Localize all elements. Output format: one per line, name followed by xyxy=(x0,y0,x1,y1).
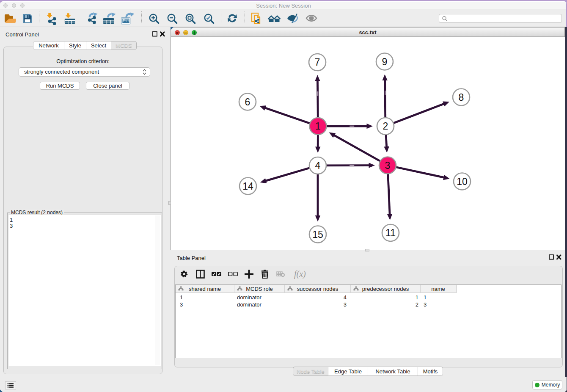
svg-text:14: 14 xyxy=(242,181,253,192)
svg-text:9: 9 xyxy=(382,56,388,67)
svg-text:3: 3 xyxy=(385,160,391,171)
svg-text:7: 7 xyxy=(315,57,320,68)
svg-text:10: 10 xyxy=(457,176,468,187)
svg-text:11: 11 xyxy=(385,227,396,238)
svg-text:15: 15 xyxy=(312,229,323,240)
svg-text:4: 4 xyxy=(315,160,321,171)
svg-text:2: 2 xyxy=(383,121,388,132)
svg-text:6: 6 xyxy=(245,97,250,108)
svg-text:1: 1 xyxy=(315,121,321,132)
svg-text:8: 8 xyxy=(459,92,464,103)
